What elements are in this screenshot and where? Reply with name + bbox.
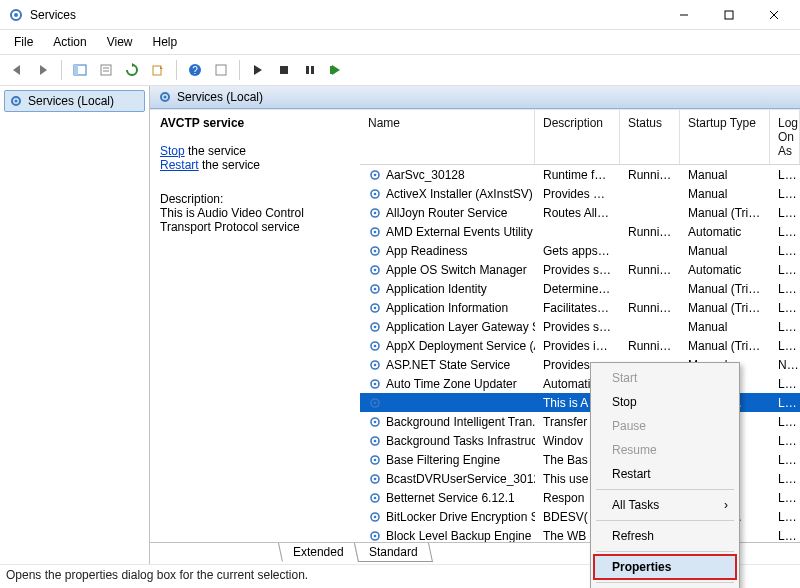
menu-file[interactable]: File xyxy=(6,32,41,52)
maximize-button[interactable] xyxy=(706,1,751,29)
gear-icon xyxy=(368,529,382,543)
close-button[interactable] xyxy=(751,1,796,29)
description-label: Description: xyxy=(160,192,350,206)
description-text: This is Audio Video Control Transport Pr… xyxy=(160,206,350,234)
service-row[interactable]: ActiveX Installer (AxInstSV)Provides Use… xyxy=(360,184,800,203)
stop-link[interactable]: Stop xyxy=(160,144,185,158)
svg-marker-7 xyxy=(40,65,47,75)
tree-pane: Services (Local) xyxy=(0,86,150,564)
svg-point-64 xyxy=(374,496,377,499)
svg-point-40 xyxy=(374,268,377,271)
title-bar: Services xyxy=(0,0,800,30)
service-row[interactable]: App ReadinessGets apps re...ManualLoc xyxy=(360,241,800,260)
help2-button[interactable] xyxy=(210,59,232,81)
svg-point-66 xyxy=(374,515,377,518)
gear-icon xyxy=(368,206,382,220)
service-row[interactable]: Application Layer Gateway S...Provides s… xyxy=(360,317,800,336)
gear-icon xyxy=(368,244,382,258)
show-hide-tree-button[interactable] xyxy=(69,59,91,81)
svg-rect-24 xyxy=(330,66,332,74)
gear-icon xyxy=(368,453,382,467)
menu-help[interactable]: Help xyxy=(145,32,186,52)
svg-point-36 xyxy=(374,230,377,233)
column-header-start[interactable]: Startup Type xyxy=(680,110,770,164)
svg-marker-23 xyxy=(332,65,340,75)
svg-point-48 xyxy=(374,344,377,347)
svg-marker-19 xyxy=(254,65,262,75)
toolbar: ? xyxy=(0,54,800,86)
ctx-start: Start xyxy=(594,366,736,390)
column-header-desc[interactable]: Description xyxy=(535,110,620,164)
pane-header: Services (Local) xyxy=(150,86,800,109)
gear-icon xyxy=(368,320,382,334)
column-header-name[interactable]: Name xyxy=(360,110,535,164)
service-row[interactable]: AllJoyn Router ServiceRoutes AllJo...Man… xyxy=(360,203,800,222)
ctx-all-tasks[interactable]: All Tasks xyxy=(594,493,736,517)
menu-action[interactable]: Action xyxy=(45,32,94,52)
svg-point-52 xyxy=(374,382,377,385)
gear-icon xyxy=(368,263,382,277)
ctx-restart[interactable]: Restart xyxy=(594,462,736,486)
svg-point-58 xyxy=(374,439,377,442)
export-button[interactable] xyxy=(147,59,169,81)
refresh-button[interactable] xyxy=(121,59,143,81)
details-panel: AVCTP service Stop the service Restart t… xyxy=(150,110,360,542)
svg-point-68 xyxy=(374,534,377,537)
column-header-status[interactable]: Status xyxy=(620,110,680,164)
forward-button[interactable] xyxy=(32,59,54,81)
service-row[interactable]: Application IdentityDetermines ...Manual… xyxy=(360,279,800,298)
svg-marker-6 xyxy=(13,65,20,75)
ctx-properties[interactable]: Properties xyxy=(594,555,736,579)
svg-point-46 xyxy=(374,325,377,328)
gear-icon xyxy=(368,301,382,315)
gear-icon xyxy=(368,434,382,448)
gear-icon xyxy=(9,94,23,108)
column-header-logon[interactable]: Log On As xyxy=(770,110,800,164)
service-row[interactable]: AMD External Events UtilityRunningAutoma… xyxy=(360,222,800,241)
tab-standard[interactable]: Standard xyxy=(354,543,433,562)
restart-link[interactable]: Restart xyxy=(160,158,199,172)
restart-service-button[interactable] xyxy=(325,59,347,81)
gear-icon xyxy=(368,396,382,410)
service-row[interactable]: AppX Deployment Service (A...Provides in… xyxy=(360,336,800,355)
svg-rect-10 xyxy=(101,65,111,75)
svg-rect-20 xyxy=(280,66,288,74)
help-button[interactable]: ? xyxy=(184,59,206,81)
ctx-pause: Pause xyxy=(594,414,736,438)
svg-rect-3 xyxy=(725,11,733,19)
svg-rect-22 xyxy=(311,66,314,74)
stop-service-button[interactable] xyxy=(273,59,295,81)
gear-icon xyxy=(368,358,382,372)
svg-point-62 xyxy=(374,477,377,480)
minimize-button[interactable] xyxy=(661,1,706,29)
back-button[interactable] xyxy=(6,59,28,81)
tree-root-services-local[interactable]: Services (Local) xyxy=(4,90,145,112)
menu-view[interactable]: View xyxy=(99,32,141,52)
svg-rect-14 xyxy=(153,66,161,75)
svg-rect-9 xyxy=(74,65,78,75)
svg-point-38 xyxy=(374,249,377,252)
gear-icon xyxy=(368,510,382,524)
svg-point-60 xyxy=(374,458,377,461)
gear-icon xyxy=(368,225,382,239)
ctx-stop[interactable]: Stop xyxy=(594,390,736,414)
service-row[interactable]: Application InformationFacilitates th...… xyxy=(360,298,800,317)
svg-point-50 xyxy=(374,363,377,366)
gear-icon xyxy=(368,187,382,201)
service-row[interactable]: AarSvc_30128Runtime for ...RunningManual… xyxy=(360,165,800,184)
gear-icon xyxy=(368,377,382,391)
svg-point-42 xyxy=(374,287,377,290)
properties-toolbar-button[interactable] xyxy=(95,59,117,81)
gear-icon xyxy=(158,90,172,104)
services-app-icon xyxy=(8,7,24,23)
context-menu: Start Stop Pause Resume Restart All Task… xyxy=(590,362,740,588)
service-row[interactable]: Apple OS Switch ManagerProvides sup...Ru… xyxy=(360,260,800,279)
svg-text:?: ? xyxy=(192,65,198,76)
tab-extended[interactable]: Extended xyxy=(278,543,359,562)
ctx-refresh[interactable]: Refresh xyxy=(594,524,736,548)
gear-icon xyxy=(368,168,382,182)
pause-service-button[interactable] xyxy=(299,59,321,81)
gear-icon xyxy=(368,339,382,353)
svg-point-56 xyxy=(374,420,377,423)
start-service-button[interactable] xyxy=(247,59,269,81)
